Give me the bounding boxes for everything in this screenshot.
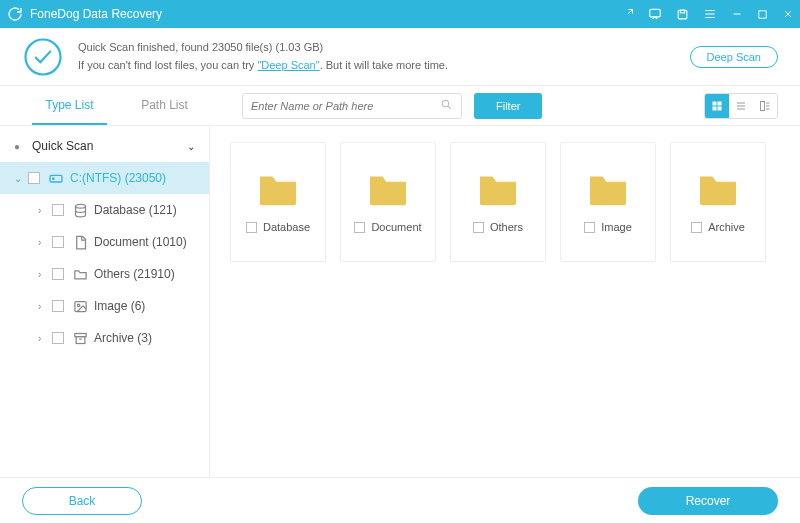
card-checkbox[interactable]: [584, 222, 595, 233]
image-icon: [72, 298, 88, 314]
view-mode-group: [704, 93, 778, 119]
card-checkbox[interactable]: [354, 222, 365, 233]
app-title: FoneDog Data Recovery: [30, 7, 622, 21]
maximize-icon[interactable]: [757, 9, 768, 20]
tree-item-label: Database (121): [94, 203, 177, 217]
card-checkbox[interactable]: [473, 222, 484, 233]
search-icon[interactable]: [440, 98, 453, 114]
chevron-right-icon: ›: [38, 269, 52, 280]
svg-point-15: [77, 304, 80, 307]
folder-card-others[interactable]: Others: [450, 142, 546, 262]
svg-rect-9: [718, 107, 722, 111]
tree-checkbox[interactable]: [52, 268, 64, 280]
search-input[interactable]: [251, 100, 440, 112]
app-logo-icon: [6, 5, 24, 23]
minimize-icon[interactable]: [731, 8, 743, 20]
chevron-right-icon: ›: [38, 301, 52, 312]
tree-item-label: Document (1010): [94, 235, 187, 249]
list-tabs: Type List Path List: [22, 85, 212, 125]
sidebar: ● Quick Scan ⌄ ⌄ C:(NTFS) (23050) › Data…: [0, 126, 210, 476]
card-label: Document: [371, 221, 421, 233]
card-checkbox[interactable]: [246, 222, 257, 233]
database-icon: [72, 202, 88, 218]
footer: Back Recover: [0, 477, 800, 523]
svg-rect-3: [759, 10, 766, 17]
tree-item-others[interactable]: › Others (21910): [0, 258, 209, 290]
folder-icon: [586, 171, 630, 207]
tree-item-document[interactable]: › Document (1010): [0, 226, 209, 258]
scan-info-text: Quick Scan finished, found 23050 file(s)…: [78, 39, 448, 74]
tree-checkbox[interactable]: [52, 300, 64, 312]
tree-root-label: Quick Scan: [32, 139, 93, 153]
tree-item-archive[interactable]: › Archive (3): [0, 322, 209, 354]
menu-icon[interactable]: [703, 7, 717, 21]
document-icon: [72, 234, 88, 250]
close-icon[interactable]: [782, 8, 794, 20]
folder-icon: [72, 266, 88, 282]
recover-button[interactable]: Recover: [638, 487, 778, 515]
toolbar: Type List Path List Filter: [0, 86, 800, 126]
card-label: Database: [263, 221, 310, 233]
check-circle-icon: [22, 36, 64, 78]
svg-rect-2: [680, 10, 684, 13]
save-icon[interactable]: [676, 8, 689, 21]
tree-drive[interactable]: ⌄ C:(NTFS) (23050): [0, 162, 209, 194]
chevron-right-icon: ›: [38, 205, 52, 216]
folder-card-database[interactable]: Database: [230, 142, 326, 262]
scan-summary: Quick Scan finished, found 23050 file(s)…: [78, 39, 448, 57]
folder-icon: [256, 171, 300, 207]
chevron-down-icon: ⌄: [14, 173, 28, 184]
chevron-right-icon: ›: [38, 333, 52, 344]
deep-scan-link[interactable]: "Deep Scan": [257, 59, 319, 71]
window-controls: [622, 7, 794, 21]
search-box[interactable]: [242, 93, 462, 119]
share-icon[interactable]: [622, 8, 634, 20]
folder-card-archive[interactable]: Archive: [670, 142, 766, 262]
svg-rect-0: [650, 9, 661, 17]
svg-rect-10: [761, 102, 765, 111]
tree-item-database[interactable]: › Database (121): [0, 194, 209, 226]
tree-checkbox[interactable]: [52, 332, 64, 344]
scan-hint-suffix: . But it will take more time.: [320, 59, 448, 71]
view-detail-button[interactable]: [753, 94, 777, 118]
content-area: Database Document Others Image Archive: [210, 126, 800, 476]
svg-point-4: [26, 39, 61, 74]
tab-type-list[interactable]: Type List: [22, 85, 117, 125]
tree-item-label: Others (21910): [94, 267, 175, 281]
tree-root-quick-scan[interactable]: ● Quick Scan ⌄: [0, 130, 209, 162]
scan-info-bar: Quick Scan finished, found 23050 file(s)…: [0, 28, 800, 86]
titlebar: FoneDog Data Recovery: [0, 0, 800, 28]
tab-path-list[interactable]: Path List: [117, 85, 212, 125]
bullet-icon: ●: [14, 141, 28, 152]
folder-icon: [366, 171, 410, 207]
folder-icon: [696, 171, 740, 207]
tree-checkbox[interactable]: [52, 204, 64, 216]
main-area: ● Quick Scan ⌄ ⌄ C:(NTFS) (23050) › Data…: [0, 126, 800, 476]
deep-scan-button[interactable]: Deep Scan: [690, 46, 778, 68]
svg-rect-1: [678, 10, 687, 19]
feedback-icon[interactable]: [648, 7, 662, 21]
svg-rect-17: [76, 336, 85, 343]
scan-hint-prefix: If you can't find lost files, you can tr…: [78, 59, 257, 71]
svg-rect-7: [718, 102, 722, 106]
svg-point-12: [53, 178, 54, 179]
filter-button[interactable]: Filter: [474, 93, 542, 119]
card-checkbox[interactable]: [691, 222, 702, 233]
tree-item-label: Image (6): [94, 299, 145, 313]
chevron-down-icon: ⌄: [187, 141, 195, 152]
svg-rect-11: [50, 175, 62, 182]
svg-point-5: [442, 100, 449, 107]
svg-rect-8: [713, 107, 717, 111]
card-label: Others: [490, 221, 523, 233]
view-grid-button[interactable]: [705, 94, 729, 118]
tree-item-label: Archive (3): [94, 331, 152, 345]
archive-icon: [72, 330, 88, 346]
tree-checkbox[interactable]: [52, 236, 64, 248]
tree-item-image[interactable]: › Image (6): [0, 290, 209, 322]
back-button[interactable]: Back: [22, 487, 142, 515]
view-list-button[interactable]: [729, 94, 753, 118]
tree-drive-checkbox[interactable]: [28, 172, 40, 184]
drive-icon: [48, 170, 64, 186]
folder-card-document[interactable]: Document: [340, 142, 436, 262]
folder-card-image[interactable]: Image: [560, 142, 656, 262]
